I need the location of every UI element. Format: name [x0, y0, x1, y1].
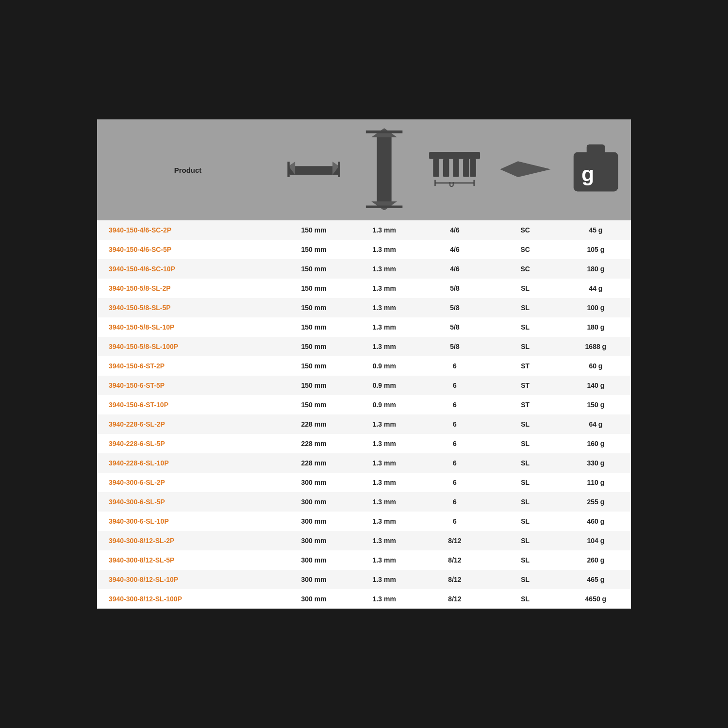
header-weight: g: [561, 119, 631, 221]
cell-type: SC: [490, 259, 561, 279]
table-row: 3940-300-8/12-SL-5P300 mm1.3 mm8/12SL260…: [97, 550, 631, 570]
cell-product[interactable]: 3940-300-6-SL-10P: [97, 512, 279, 531]
cell-weight: 255 g: [561, 492, 631, 512]
table-row: 3940-300-8/12-SL-100P300 mm1.3 mm8/12SL4…: [97, 589, 631, 609]
cell-product[interactable]: 3940-300-8/12-SL-5P: [97, 550, 279, 570]
cell-length: 228 mm: [279, 434, 349, 453]
cell-count: 4/6: [419, 259, 490, 279]
svg-rect-13: [453, 159, 459, 177]
weight-icon: g: [568, 142, 623, 197]
cell-length: 228 mm: [279, 453, 349, 473]
cell-product[interactable]: 3940-300-8/12-SL-100P: [97, 589, 279, 609]
svg-rect-22: [587, 144, 605, 155]
cell-weight: 150 g: [561, 395, 631, 414]
cell-count: 6: [419, 492, 490, 512]
table-row: 3940-300-6-SL-10P300 mm1.3 mm6SL460 g: [97, 512, 631, 531]
cell-product[interactable]: 3940-150-5/8-SL-5P: [97, 298, 279, 317]
cell-thickness: 1.3 mm: [349, 512, 419, 531]
cell-thickness: 1.3 mm: [349, 337, 419, 356]
cell-type: SL: [490, 512, 561, 531]
cell-weight: 45 g: [561, 220, 631, 240]
cell-product[interactable]: 3940-150-6-ST-10P: [97, 395, 279, 414]
table-row: 3940-150-5/8-SL-100P150 mm1.3 mm5/8SL168…: [97, 337, 631, 356]
cell-type: SL: [490, 453, 561, 473]
cell-thickness: 1.3 mm: [349, 589, 419, 609]
cell-weight: 1688 g: [561, 337, 631, 356]
cell-type: SL: [490, 570, 561, 589]
svg-text:g: g: [581, 162, 594, 185]
table-row: 3940-150-4/6-SC-5P150 mm1.3 mm4/6SC105 g: [97, 240, 631, 259]
cell-product[interactable]: 3940-150-6-ST-2P: [97, 356, 279, 376]
cell-thickness: 1.3 mm: [349, 240, 419, 259]
thickness-icon: [357, 128, 412, 211]
cell-length: 150 mm: [279, 356, 349, 376]
cell-weight: 465 g: [561, 570, 631, 589]
cell-product[interactable]: 3940-228-6-SL-2P: [97, 414, 279, 434]
header-product: Product: [97, 119, 279, 221]
table-body: 3940-150-4/6-SC-2P150 mm1.3 mm4/6SC45 g3…: [97, 220, 631, 609]
cell-thickness: 1.3 mm: [349, 531, 419, 550]
cell-length: 150 mm: [279, 376, 349, 395]
table-row: 3940-150-5/8-SL-2P150 mm1.3 mm5/8SL44 g: [97, 279, 631, 298]
cell-type: ST: [490, 395, 561, 414]
cell-length: 150 mm: [279, 279, 349, 298]
cell-weight: 104 g: [561, 531, 631, 550]
cell-weight: 460 g: [561, 512, 631, 531]
cell-product[interactable]: 3940-150-4/6-SC-10P: [97, 259, 279, 279]
svg-rect-14: [463, 159, 469, 177]
cell-length: 150 mm: [279, 220, 349, 240]
svg-rect-11: [433, 159, 439, 177]
svg-rect-5: [377, 132, 392, 207]
cell-thickness: 1.3 mm: [349, 434, 419, 453]
cell-length: 300 mm: [279, 550, 349, 570]
cell-length: 150 mm: [279, 240, 349, 259]
cell-weight: 105 g: [561, 240, 631, 259]
cell-count: 4/6: [419, 240, 490, 259]
cell-product[interactable]: 3940-150-4/6-SC-5P: [97, 240, 279, 259]
table-row: 3940-228-6-SL-5P228 mm1.3 mm6SL160 g: [97, 434, 631, 453]
cell-weight: 110 g: [561, 473, 631, 492]
cell-product[interactable]: 3940-150-5/8-SL-100P: [97, 337, 279, 356]
table-row: 3940-150-4/6-SC-10P150 mm1.3 mm4/6SC180 …: [97, 259, 631, 279]
cell-weight: 100 g: [561, 298, 631, 317]
cell-thickness: 1.3 mm: [349, 259, 419, 279]
cell-thickness: 1.3 mm: [349, 220, 419, 240]
cell-type: SL: [490, 298, 561, 317]
cell-length: 150 mm: [279, 259, 349, 279]
cell-product[interactable]: 3940-150-5/8-SL-10P: [97, 317, 279, 337]
cell-type: SL: [490, 473, 561, 492]
cell-product[interactable]: 3940-300-8/12-SL-10P: [97, 570, 279, 589]
cell-product[interactable]: 3940-150-4/6-SC-2P: [97, 220, 279, 240]
product-table-wrapper: Product: [97, 119, 631, 609]
cell-product[interactable]: 3940-228-6-SL-10P: [97, 453, 279, 473]
cell-type: SL: [490, 589, 561, 609]
cell-length: 300 mm: [279, 512, 349, 531]
cell-thickness: 1.3 mm: [349, 298, 419, 317]
cell-product[interactable]: 3940-300-6-SL-5P: [97, 492, 279, 512]
cell-product[interactable]: 3940-150-5/8-SL-2P: [97, 279, 279, 298]
cell-type: ST: [490, 356, 561, 376]
cell-product[interactable]: 3940-300-8/12-SL-2P: [97, 531, 279, 550]
cell-product[interactable]: 3940-300-6-SL-2P: [97, 473, 279, 492]
cell-product[interactable]: 3940-150-6-ST-5P: [97, 376, 279, 395]
table-row: 3940-300-8/12-SL-2P300 mm1.3 mm8/12SL104…: [97, 531, 631, 550]
cell-type: SC: [490, 240, 561, 259]
cell-type: SL: [490, 550, 561, 570]
cell-length: 300 mm: [279, 570, 349, 589]
cell-length: 300 mm: [279, 492, 349, 512]
cell-length: 150 mm: [279, 395, 349, 414]
cell-thickness: 0.9 mm: [349, 395, 419, 414]
type-icon: [498, 158, 553, 180]
cell-count: 6: [419, 512, 490, 531]
header-thickness: [349, 119, 419, 221]
product-table: Product: [97, 119, 631, 609]
cell-count: 6: [419, 376, 490, 395]
svg-rect-15: [470, 159, 476, 177]
cell-count: 6: [419, 453, 490, 473]
cell-product[interactable]: 3940-228-6-SL-5P: [97, 434, 279, 453]
cell-weight: 260 g: [561, 550, 631, 570]
cell-thickness: 0.9 mm: [349, 376, 419, 395]
cell-weight: 160 g: [561, 434, 631, 453]
cell-count: 8/12: [419, 570, 490, 589]
svg-text:U: U: [449, 181, 454, 188]
